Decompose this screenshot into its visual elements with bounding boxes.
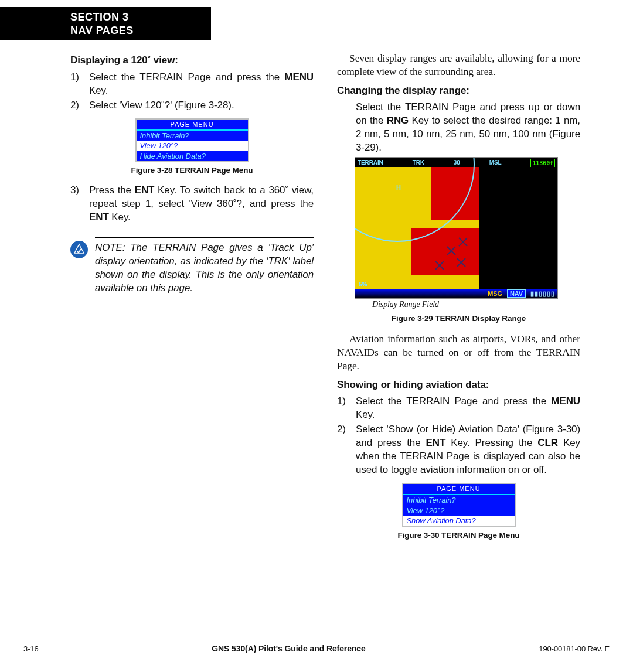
figure-caption-329: Figure 3-29 TERRAIN Display Range [337, 313, 580, 324]
label-h: H [396, 183, 401, 192]
figure-caption-328: Figure 3-28 TERRAIN Page Menu [70, 165, 314, 176]
section-header: SECTION 3 NAV PAGES [0, 7, 211, 40]
step-number: 1) [337, 395, 356, 422]
document-title: GNS 530(A) Pilot's Guide and Reference [212, 643, 366, 654]
obstacle-icon [458, 237, 468, 247]
terrain-bottom-bar: MSG NAV ▮▮▯▯▯▯ [355, 289, 557, 298]
terrain-figure-container: TERRAIN TRK 30 MSL 11360f H [337, 157, 580, 299]
step-text: Select 'Show (or Hide) Aviation Data' (F… [356, 423, 580, 477]
step-text: Select the TERRAIN Page and press the ME… [356, 395, 580, 422]
terrain-display: TERRAIN TRK 30 MSL 11360f H [355, 157, 558, 299]
label-nav: NAV [507, 289, 526, 298]
menu-title: PAGE MENU [403, 484, 515, 495]
menu-item-inhibit: Inhibit Terrain? [403, 495, 515, 506]
menu-item-view120: View 120°? [403, 506, 515, 516]
revision: 190-00181-00 Rev. E [539, 644, 610, 654]
paragraph-seven-ranges: Seven display ranges are available, allo… [337, 52, 580, 79]
menu-item-view120: View 120°? [137, 141, 248, 151]
right-column: Seven display ranges are available, allo… [337, 52, 580, 549]
step-number: 2) [337, 423, 356, 477]
menu-item-hide-aviation: Hide Aviation Data? [137, 151, 248, 162]
heading-120-view: Displaying a 120˚ view: [70, 54, 314, 67]
terrain-black-zone [479, 167, 558, 289]
step-number: 2) [70, 99, 89, 112]
heading-show-hide-aviation: Showing or hiding aviation data: [337, 378, 580, 392]
page-number: 3-16 [23, 644, 39, 654]
step-number: 1) [70, 71, 89, 98]
step-1: 1) Select the TERRAIN Page and press the… [70, 71, 314, 98]
step-3: 3) Press the ENT Key. To switch back to … [70, 184, 314, 224]
aviation-step-1: 1) Select the TERRAIN Page and press the… [337, 395, 580, 422]
menu-item-show-aviation: Show Aviation Data? [403, 516, 515, 526]
left-column: Displaying a 120˚ view: 1) Select the TE… [70, 52, 314, 549]
range-field: 5% [358, 281, 368, 288]
page-bars: ▮▮▯▯▯▯ [530, 290, 555, 298]
note-text: NOTE: The TERRAIN Page gives a 'Track Up… [95, 237, 314, 299]
menu-item-inhibit: Inhibit Terrain? [137, 131, 248, 141]
page: SECTION 3 NAV PAGES Displaying a 120˚ vi… [0, 0, 633, 672]
paragraph-aviation-info: Aviation information such as airports, V… [337, 332, 580, 372]
terrain-page-menu-fig330: PAGE MENU Inhibit Terrain? View 120°? Sh… [402, 483, 516, 527]
section-title: NAV PAGES [70, 24, 211, 37]
page-footer: 3-16 GNS 530(A) Pilot's Guide and Refere… [23, 643, 610, 654]
range-annotation: Display Range Field [372, 299, 580, 311]
figure-caption-330: Figure 3-30 TERRAIN Page Menu [337, 530, 580, 541]
content-columns: Displaying a 120˚ view: 1) Select the TE… [70, 52, 580, 549]
step-number: 3) [70, 184, 89, 224]
terrain-page-menu-fig328: PAGE MENU Inhibit Terrain? View 120°? Hi… [135, 118, 249, 162]
obstacle-icon [456, 257, 467, 268]
obstacle-icon [446, 245, 457, 256]
menu-title: PAGE MENU [137, 120, 248, 131]
label-msg: MSG [488, 290, 502, 297]
range-step: Select the TERRAIN Page and press up or … [356, 101, 580, 155]
step-2: 2) Select 'View 120˚?' (Figure 3-28). [70, 99, 314, 112]
aviation-step-2: 2) Select 'Show (or Hide) Aviation Data'… [337, 423, 580, 477]
note-icon [70, 241, 88, 258]
section-number: SECTION 3 [70, 11, 211, 24]
note-block: NOTE: The TERRAIN Page gives a 'Track Up… [70, 237, 314, 299]
heading-change-range: Changing the display range: [337, 84, 580, 98]
step-text: Select 'View 120˚?' (Figure 3-28). [89, 99, 314, 112]
step-text: Select the TERRAIN Page and press the ME… [89, 71, 314, 98]
step-text: Press the ENT Key. To switch back to a 3… [89, 184, 314, 224]
obstacle-icon [434, 260, 445, 271]
